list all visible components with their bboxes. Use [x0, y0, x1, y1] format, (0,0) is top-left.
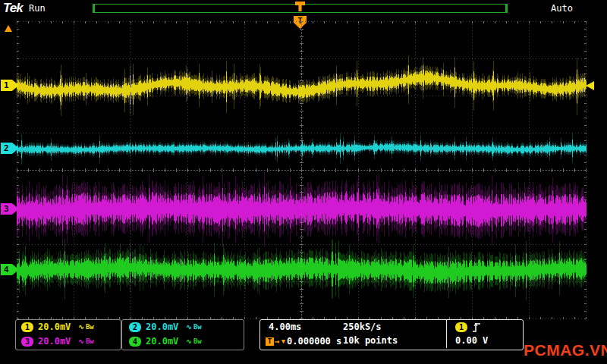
- ch2-badge: 2: [129, 322, 141, 332]
- trigger-t-icon: T: [266, 337, 274, 346]
- ch3-flag-label: 3: [4, 204, 9, 214]
- record-view-end-tick: [505, 5, 507, 12]
- ch4-scale: 20.0mV: [146, 336, 178, 347]
- record-length: 10k points: [343, 335, 398, 346]
- ch4-flag-label: 4: [4, 265, 9, 275]
- offscreen-marker-arrow-icon: [5, 25, 12, 32]
- waveform-display: [17, 21, 587, 319]
- watermark: PCMAG.VN: [524, 341, 607, 359]
- ch4-readout: 4 20.0mV ∿ Bw: [129, 334, 202, 348]
- ch1-badge: 1: [21, 322, 33, 332]
- trigger-source-badge: 1: [455, 322, 467, 332]
- trigger-level-value: 0.00 V: [455, 335, 488, 346]
- ch3-scale: 20.0mV: [38, 336, 71, 347]
- ch3-ac-coupling-icon: ∿: [78, 337, 84, 345]
- ch2-flag-label: 2: [4, 143, 9, 153]
- ch4-ac-coupling-icon: ∿: [186, 337, 192, 345]
- brand-logo: Tek: [3, 1, 23, 16]
- ch2-bandwidth-limit-icon: Bw: [193, 323, 202, 331]
- oscilloscope-screen: Tek Run Auto T 1 2 3 4 1 20.0mV ∿ Bw 3 2…: [0, 0, 607, 364]
- trigger-arrow-icon: →: [275, 337, 280, 347]
- ch1-scale: 20.0mV: [38, 322, 71, 332]
- ch4-badge: 4: [129, 337, 141, 347]
- trigger-source-readout: 1: [455, 320, 482, 334]
- trigger-mode-label: Auto: [551, 3, 573, 14]
- trigger-down-icon: ▼: [281, 337, 285, 345]
- record-view-start-tick: [93, 5, 95, 12]
- trigger-position-readout: T → ▼ 0.000000 s: [266, 334, 341, 348]
- time-per-div: 4.00ms: [269, 322, 301, 332]
- acquisition-status: Run: [29, 3, 46, 14]
- ch1-bandwidth-limit-icon: Bw: [86, 323, 94, 331]
- ch2-readout: 2 20.0mV ∿ Bw: [129, 320, 202, 334]
- ch1-ac-coupling-icon: ∿: [78, 323, 84, 331]
- readout-divider: [446, 320, 447, 348]
- sample-rate: 250kS/s: [343, 322, 382, 332]
- ch3-badge: 3: [21, 337, 33, 347]
- ch2-scale: 20.0mV: [146, 322, 178, 332]
- ch4-bandwidth-limit-icon: Bw: [193, 337, 202, 345]
- trigger-position-value: 0.000000 s: [287, 336, 341, 347]
- ch2-ac-coupling-icon: ∿: [186, 323, 192, 331]
- ch1-readout: 1 20.0mV ∿ Bw: [21, 320, 94, 334]
- ch1-flag-label: 1: [4, 80, 9, 90]
- trigger-level-arrow-icon: [586, 81, 594, 90]
- ch3-readout: 3 20.0mV ∿ Bw: [21, 334, 94, 348]
- ch3-bandwidth-limit-icon: Bw: [86, 337, 94, 345]
- rising-edge-icon: [472, 322, 482, 333]
